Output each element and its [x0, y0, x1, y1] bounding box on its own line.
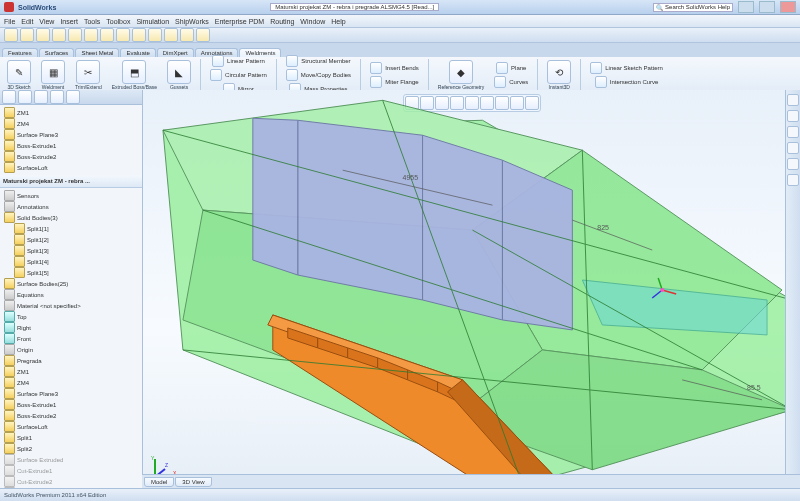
- menu-pdm[interactable]: Enterprise PDM: [215, 18, 264, 25]
- weldment-button[interactable]: ▦: [41, 60, 65, 84]
- tree-item[interactable]: Split2: [0, 443, 142, 454]
- tab-dimxpert[interactable]: DimXpert: [157, 48, 194, 57]
- menu-shipworks[interactable]: ShipWorks: [175, 18, 209, 25]
- fm-tab-config-icon[interactable]: [34, 90, 48, 104]
- maximize-button[interactable]: [759, 1, 775, 13]
- menu-tools[interactable]: Tools: [84, 18, 100, 25]
- fm-tab-property-icon[interactable]: [18, 90, 32, 104]
- menu-toolbox[interactable]: Toolbox: [106, 18, 130, 25]
- tree-item[interactable]: Equations: [0, 289, 142, 300]
- tree-item[interactable]: Boss-Extrude2: [0, 410, 142, 421]
- tree-item[interactable]: Split1[2]: [0, 234, 142, 245]
- save-icon[interactable]: [36, 28, 50, 42]
- tree-item[interactable]: Sensors: [0, 190, 142, 201]
- tree-item[interactable]: Top: [0, 311, 142, 322]
- instant3d-button[interactable]: ⟲: [547, 60, 571, 84]
- refgeom-button[interactable]: ◆: [449, 60, 473, 84]
- tree-item[interactable]: Split1[3]: [0, 245, 142, 256]
- open-icon[interactable]: [20, 28, 34, 42]
- tree-top-1[interactable]: ZM4: [17, 121, 29, 127]
- tree-item[interactable]: ZM4: [0, 377, 142, 388]
- appearance-icon[interactable]: [180, 28, 194, 42]
- sketch-icon[interactable]: [148, 28, 162, 42]
- redo-icon[interactable]: [84, 28, 98, 42]
- tree-top-4[interactable]: Boss-Extrude2: [17, 154, 56, 160]
- tree-item[interactable]: Front: [0, 333, 142, 344]
- taskpane-library-icon[interactable]: [787, 110, 799, 122]
- menu-routing[interactable]: Routing: [270, 18, 294, 25]
- menu-help[interactable]: Help: [331, 18, 345, 25]
- menu-simulation[interactable]: Simulation: [136, 18, 169, 25]
- menu-insert[interactable]: Insert: [60, 18, 78, 25]
- rebuild-icon[interactable]: [100, 28, 114, 42]
- miterflange-icon[interactable]: [370, 76, 382, 88]
- tree-item[interactable]: Solid Bodies(3): [0, 212, 142, 223]
- structural-icon[interactable]: [286, 55, 298, 67]
- linear-pattern-icon[interactable]: [212, 55, 224, 67]
- taskpane-custom-icon[interactable]: [787, 174, 799, 186]
- model-tab-3dview[interactable]: 3D View: [175, 477, 211, 487]
- circular-pattern-icon[interactable]: [210, 69, 222, 81]
- tree-item-suppressed[interactable]: Cut-Extrude2: [0, 476, 142, 487]
- model-tab-model[interactable]: Model: [144, 477, 174, 487]
- tree-item[interactable]: Split1: [0, 432, 142, 443]
- fm-tab-tree-icon[interactable]: [2, 90, 16, 104]
- tree-item[interactable]: Surface Plane3: [0, 388, 142, 399]
- tree-item[interactable]: Surface Bodies(25): [0, 278, 142, 289]
- trim-button[interactable]: ✂: [76, 60, 100, 84]
- tree-top-0[interactable]: ZM1: [17, 110, 29, 116]
- taskpane-resources-icon[interactable]: [787, 94, 799, 106]
- tree-item[interactable]: Split1[4]: [0, 256, 142, 267]
- graphics-viewport[interactable]: 4955 85.5 825 X Y Z: [143, 90, 800, 489]
- fm-tab-dimxpert-icon[interactable]: [50, 90, 64, 104]
- tree-item[interactable]: Material <not specified>: [0, 300, 142, 311]
- help-search[interactable]: 🔍 Search SolidWorks Help: [653, 3, 733, 12]
- tree-item[interactable]: Origin: [0, 344, 142, 355]
- tree-item-suppressed[interactable]: Surface Extruded: [0, 454, 142, 465]
- measure-icon[interactable]: [164, 28, 178, 42]
- sketch3d-button[interactable]: ✎: [7, 60, 31, 84]
- print-icon[interactable]: [52, 28, 66, 42]
- minimize-button[interactable]: [738, 1, 754, 13]
- select-icon[interactable]: [132, 28, 146, 42]
- insertbends-icon[interactable]: [370, 62, 382, 74]
- taskpane-appearance-icon[interactable]: [787, 158, 799, 170]
- view-icon[interactable]: [196, 28, 210, 42]
- tree-top-5[interactable]: SurfaceLoft: [17, 165, 48, 171]
- tree-item[interactable]: Boss-Extrude1: [0, 399, 142, 410]
- tab-surfaces[interactable]: Surfaces: [39, 48, 75, 57]
- feature-tree[interactable]: SensorsAnnotationsSolid Bodies(3)Split1[…: [0, 188, 142, 489]
- extruded-button[interactable]: ⬒: [122, 60, 146, 84]
- new-icon[interactable]: [4, 28, 18, 42]
- close-button[interactable]: [780, 1, 796, 13]
- taskpane-view-icon[interactable]: [787, 142, 799, 154]
- gussets-button[interactable]: ◣: [167, 60, 191, 84]
- linearsketch-icon[interactable]: [590, 62, 602, 74]
- tree-item[interactable]: Annotations: [0, 201, 142, 212]
- tree-item[interactable]: Split1[1]: [0, 223, 142, 234]
- options-icon[interactable]: [116, 28, 130, 42]
- tab-evaluate[interactable]: Evaluate: [120, 48, 155, 57]
- tree-top-3[interactable]: Boss-Extrude1: [17, 143, 56, 149]
- movecopy-icon[interactable]: [286, 69, 298, 81]
- menu-window[interactable]: Window: [300, 18, 325, 25]
- menu-file[interactable]: File: [4, 18, 15, 25]
- fm-tab-display-icon[interactable]: [66, 90, 80, 104]
- tree-item-suppressed[interactable]: Cut-Extrude1: [0, 465, 142, 476]
- tree-item[interactable]: Pregrada: [0, 355, 142, 366]
- undo-icon[interactable]: [68, 28, 82, 42]
- tab-features[interactable]: Features: [2, 48, 38, 57]
- menu-edit[interactable]: Edit: [21, 18, 33, 25]
- tree-top-2[interactable]: Surface Plane3: [17, 132, 58, 138]
- tree-item[interactable]: ZM1: [0, 366, 142, 377]
- taskpane-explorer-icon[interactable]: [787, 126, 799, 138]
- intersection-icon[interactable]: [595, 76, 607, 88]
- menu-view[interactable]: View: [39, 18, 54, 25]
- feature-tree-top[interactable]: ZM1 ZM4 Surface Plane3 Boss-Extrude1 Bos…: [0, 105, 142, 175]
- curves-icon[interactable]: [494, 76, 506, 88]
- tree-item[interactable]: Right: [0, 322, 142, 333]
- tree-item[interactable]: SurfaceLoft: [0, 421, 142, 432]
- tab-sheetmetal[interactable]: Sheet Metal: [75, 48, 119, 57]
- plane-icon[interactable]: [496, 62, 508, 74]
- tree-item[interactable]: Split1[5]: [0, 267, 142, 278]
